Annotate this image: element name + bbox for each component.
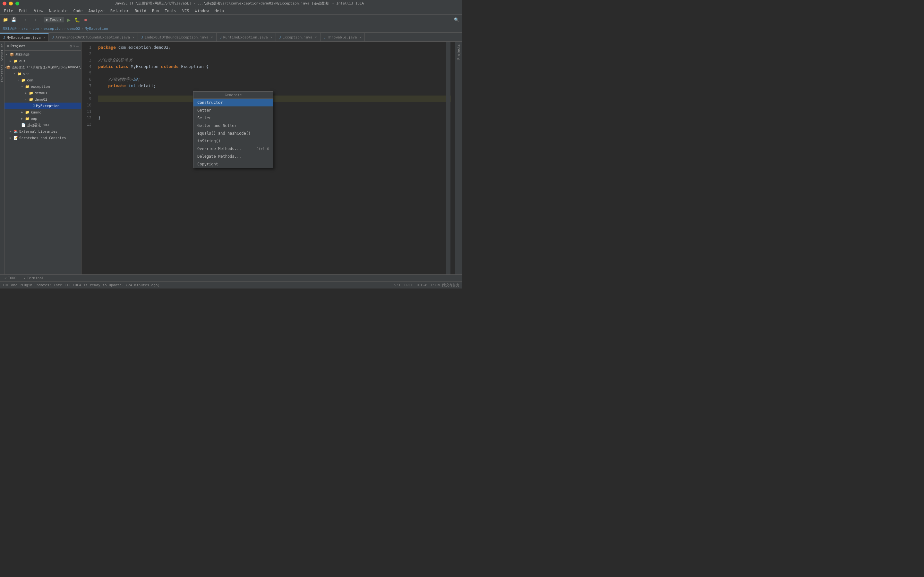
tree-label-com: com bbox=[27, 78, 33, 82]
context-menu-setter-label: Setter bbox=[197, 116, 211, 120]
context-menu-delegate[interactable]: Delegate Methods... bbox=[194, 153, 273, 160]
toolbar-back-btn[interactable]: ← bbox=[23, 16, 30, 23]
bottom-tab-terminal[interactable]: ▸ Terminal bbox=[20, 276, 47, 281]
close-button[interactable] bbox=[3, 2, 6, 5]
tree-label-module: 基础语法 F:\班级管理\网课班\代码\JavaSE\... bbox=[12, 65, 81, 69]
context-menu-getter-setter[interactable]: Getter and Setter bbox=[194, 122, 273, 129]
code-line-13 bbox=[98, 121, 451, 127]
context-menu-setter[interactable]: Setter bbox=[194, 114, 273, 122]
tree-item-myexception[interactable]: J MyException bbox=[5, 103, 81, 109]
tab-throwable[interactable]: J Throwable.java × bbox=[320, 33, 365, 41]
context-menu-getter-label: Getter bbox=[197, 108, 211, 113]
tab-label-indexoob: IndexOutOfBoundsException.java bbox=[145, 35, 208, 39]
tab-exception[interactable]: J Exception.java × bbox=[276, 33, 320, 41]
tab-label-exception: Exception.java bbox=[283, 35, 312, 39]
favorites-tab[interactable]: Favorites bbox=[0, 63, 4, 84]
tree-icon-scratches: 📝 bbox=[13, 136, 18, 140]
breadcrumb-4[interactable]: demo02 bbox=[67, 27, 80, 31]
context-menu-constructor-label: Constructor bbox=[197, 100, 223, 105]
tab-close-exception[interactable]: × bbox=[315, 35, 317, 39]
tab-icon-arrayindex: J bbox=[52, 35, 54, 39]
breadcrumb-1[interactable]: src bbox=[21, 27, 28, 31]
tree-item-demo01[interactable]: ▶ 📁 demo01 bbox=[5, 90, 81, 96]
context-menu-constructor[interactable]: Constructor bbox=[194, 99, 273, 106]
context-menu-copyright[interactable]: Copyright bbox=[194, 160, 273, 168]
menu-file[interactable]: File bbox=[1, 8, 16, 14]
menu-navigate[interactable]: Navigate bbox=[47, 8, 70, 14]
debug-btn[interactable]: 🐛 bbox=[74, 16, 81, 23]
tab-indexoob[interactable]: J IndexOutOfBoundsException.java × bbox=[138, 33, 216, 41]
toolbar-open-btn[interactable]: 📁 bbox=[2, 16, 9, 23]
code-content[interactable]: package com.exception.demo02; //自定义的异常类 … bbox=[94, 42, 455, 274]
menu-tools[interactable]: Tools bbox=[162, 8, 179, 14]
menu-window[interactable]: Window bbox=[192, 8, 211, 14]
panel-settings-icon[interactable]: ▾ bbox=[73, 44, 75, 48]
breadcrumb-5[interactable]: MyException bbox=[85, 27, 108, 31]
menu-refactor[interactable]: Refactor bbox=[108, 8, 132, 14]
context-menu-override[interactable]: Override Methods... Ctrl+O bbox=[194, 145, 273, 153]
menu-edit[interactable]: Edit bbox=[16, 8, 31, 14]
tab-close-myexception[interactable]: × bbox=[43, 36, 45, 39]
minimize-button[interactable] bbox=[9, 2, 13, 5]
tree-item-out[interactable]: ▶ 📁 out bbox=[5, 58, 81, 64]
tab-close-runtime[interactable]: × bbox=[270, 35, 272, 39]
tree-item-javabase[interactable]: ▾ 📦 基础语法 bbox=[5, 51, 81, 58]
menu-build[interactable]: Build bbox=[132, 8, 149, 14]
breadcrumb-2[interactable]: com bbox=[32, 27, 39, 31]
run-btn[interactable]: ▶ bbox=[65, 16, 73, 23]
title-bar-controls[interactable] bbox=[3, 2, 19, 5]
tree-item-iml[interactable]: 📄 基础语法.iml bbox=[5, 122, 81, 128]
context-menu-getter[interactable]: Getter bbox=[194, 106, 273, 114]
stop-btn[interactable]: ■ bbox=[82, 16, 89, 23]
menu-view[interactable]: View bbox=[31, 8, 46, 14]
menu-help[interactable]: Help bbox=[212, 8, 226, 14]
status-encoding: UTF-8 bbox=[417, 283, 427, 287]
tree-item-extlibs[interactable]: ▶ 📚 External Libraries bbox=[5, 128, 81, 135]
structure-tab[interactable]: Structure bbox=[0, 42, 4, 63]
toolbar-sep-2 bbox=[41, 17, 41, 23]
side-tab-strip-left: Structure Favorites bbox=[0, 42, 5, 274]
projects-tab[interactable]: Projects bbox=[456, 43, 461, 61]
tree-icon-demo01: 📁 bbox=[29, 91, 33, 95]
tree-item-kuang[interactable]: ▶ 📁 kuang bbox=[5, 109, 81, 115]
tree-item-scratches[interactable]: ▶ 📝 Scratches and Consoles bbox=[5, 135, 81, 141]
tab-close-throwable[interactable]: × bbox=[359, 35, 361, 39]
run-config[interactable]: ▶ Test ▾ bbox=[44, 17, 64, 23]
tab-close-indexoob[interactable]: × bbox=[211, 35, 213, 39]
toolbar-save-btn[interactable]: 💾 bbox=[10, 16, 17, 23]
maximize-button[interactable] bbox=[15, 2, 19, 5]
tab-runtime[interactable]: J RuntimeException.java × bbox=[216, 33, 276, 41]
tab-label-arrayindex: ArrayIndexOutOfBoundsException.java bbox=[55, 35, 130, 39]
breadcrumb-3[interactable]: exception bbox=[44, 27, 63, 31]
editor-area[interactable]: 1 2 3 4 5 6 7 8 9 10 11 12 13 package co… bbox=[81, 42, 455, 274]
todo-label: TODO bbox=[8, 276, 17, 280]
panel-hide-icon[interactable]: — bbox=[76, 44, 79, 48]
context-menu-tostring[interactable]: toString() bbox=[194, 137, 273, 145]
toolbar-sep-3 bbox=[92, 17, 92, 23]
menu-code[interactable]: Code bbox=[71, 8, 86, 14]
panel-sync-icon[interactable]: ⚙ bbox=[69, 44, 72, 48]
menu-run[interactable]: Run bbox=[150, 8, 162, 14]
kw-int: int bbox=[128, 83, 136, 88]
menu-vcs[interactable]: VCS bbox=[180, 8, 192, 14]
tab-close-arrayindex[interactable]: × bbox=[132, 35, 134, 39]
tree-label-iml: 基础语法.iml bbox=[27, 123, 50, 127]
tree-label-myexception: MyException bbox=[36, 104, 60, 108]
toolbar-forward-btn[interactable]: → bbox=[31, 16, 38, 23]
code-line-5 bbox=[98, 70, 451, 76]
menu-analyze[interactable]: Analyze bbox=[86, 8, 107, 14]
tree-item-com[interactable]: ▾ 📁 com bbox=[5, 77, 81, 83]
breadcrumb-0[interactable]: 基础语法 bbox=[3, 26, 17, 31]
tree-item-oop[interactable]: ▶ 📁 oop bbox=[5, 115, 81, 122]
tree-item-src[interactable]: ▾ 📁 src bbox=[5, 71, 81, 77]
toolbar-search-btn[interactable]: 🔍 bbox=[453, 16, 460, 23]
tab-myexception[interactable]: J MyException.java × bbox=[0, 33, 49, 41]
tree-item-module[interactable]: ▾ 📦 基础语法 F:\班级管理\网课班\代码\JavaSE\... bbox=[5, 64, 81, 71]
tree-item-demo02[interactable]: ▾ 📁 demo02 bbox=[5, 96, 81, 103]
bottom-tab-todo[interactable]: ✓ TODO bbox=[1, 276, 19, 281]
breadcrumb-bar: 基础语法 › src › com › exception › demo02 › … bbox=[0, 25, 462, 33]
tab-arrayindex[interactable]: J ArrayIndexOutOfBoundsException.java × bbox=[49, 33, 138, 41]
tree-item-exception[interactable]: ▾ 📁 exception bbox=[5, 83, 81, 90]
context-menu-equals-hashcode[interactable]: equals() and hashCode() bbox=[194, 129, 273, 137]
toolbar-sep-1 bbox=[20, 17, 20, 23]
